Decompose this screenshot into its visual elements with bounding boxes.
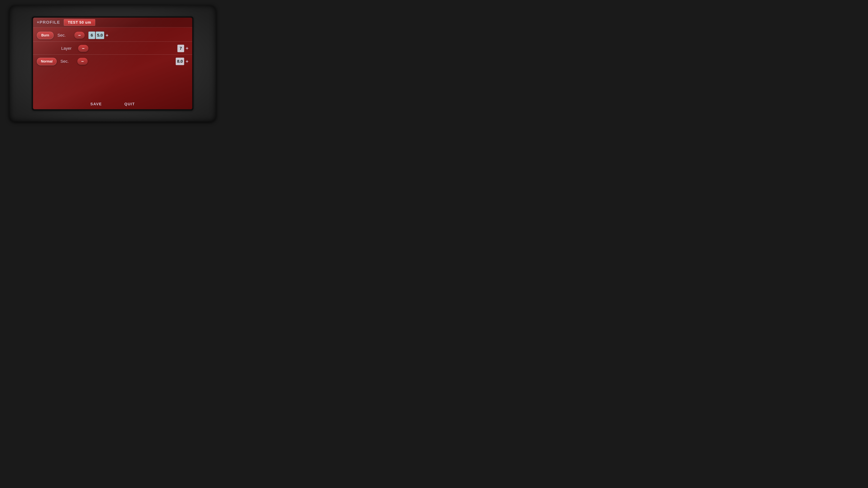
layer-label: Layer: [61, 46, 74, 51]
burn-value-display: 6 5 .0 +: [88, 32, 108, 39]
normal-sec-label: Sec.: [60, 59, 73, 64]
normal-button[interactable]: Normal: [37, 58, 57, 65]
profile-name-box[interactable]: TEST 50 um: [64, 19, 95, 26]
burn-plus-button[interactable]: +: [106, 32, 108, 38]
profile-prefix: +PROFILE: [37, 20, 60, 25]
burn-sec-label: Sec.: [57, 33, 70, 38]
burn-button[interactable]: Burn: [37, 32, 54, 39]
normal-value: 8.0: [176, 58, 184, 65]
layer-value: 7: [177, 45, 184, 52]
normal-plus-button[interactable]: +: [186, 59, 188, 64]
header-bar: +PROFILE TEST 50 um: [33, 18, 192, 27]
main-content: Burn Sec. − 6 5 .0 +: [33, 27, 192, 100]
layer-value-display: 7 +: [177, 45, 188, 52]
profile-label: +PROFILE: [37, 20, 60, 25]
layer-row: Layer − 7 +: [33, 42, 192, 55]
burn-minus-button[interactable]: −: [74, 32, 85, 39]
normal-row: Normal Sec. − 8.0 +: [33, 55, 192, 67]
screen: +PROFILE TEST 50 um Burn Sec. −: [33, 18, 192, 109]
profile-name: TEST 50 um: [68, 20, 91, 24]
burn-digit2: 5 .0: [96, 32, 104, 39]
layer-minus-button[interactable]: −: [78, 45, 88, 52]
footer-bar: SAVE QUIT: [33, 100, 192, 109]
layer-plus-button[interactable]: +: [186, 45, 188, 51]
burn-row: Burn Sec. − 6 5 .0 +: [33, 29, 192, 42]
device-body: +PROFILE TEST 50 um Burn Sec. −: [9, 5, 216, 122]
burn-digit1: 6: [88, 32, 95, 39]
normal-value-display: 8.0 +: [176, 58, 188, 65]
quit-button[interactable]: QUIT: [124, 102, 135, 106]
screen-bezel: +PROFILE TEST 50 um Burn Sec. −: [32, 17, 193, 110]
normal-minus-button[interactable]: −: [78, 58, 88, 65]
save-button[interactable]: SAVE: [91, 102, 102, 106]
